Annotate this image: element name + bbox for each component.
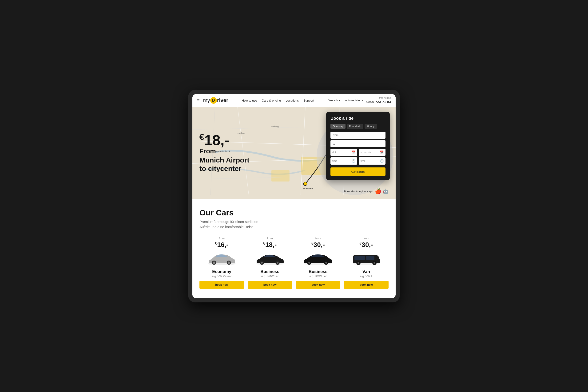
- get-rates-button[interactable]: Get rates: [330, 168, 386, 176]
- app-icons: 🍎 🤖: [375, 188, 388, 194]
- hero-section: München Dachau Freising Fürstenfeldbruck…: [192, 107, 396, 199]
- svg-rect-36: [366, 256, 374, 260]
- time-field[interactable]: time 🕐: [330, 157, 357, 164]
- car-van-price: €30,-: [344, 241, 388, 248]
- date-row: date 📅 return date 📅: [330, 148, 386, 156]
- nav-link-how-to-use[interactable]: How to use: [242, 99, 257, 102]
- hero-price: €18,-: [200, 133, 249, 148]
- car-economy-eg: e.g. VW Passat: [200, 275, 244, 278]
- navbar-right: Deutsch ▾ Login/register ▾ free hotline …: [328, 96, 391, 104]
- hero-text: €18,- From Munich Airportto citycenter: [200, 133, 249, 173]
- hotline: free hotline 0800 723 71 03: [366, 96, 391, 104]
- cars-title: Our Cars: [200, 208, 388, 217]
- language-label: Deutsch: [328, 99, 338, 102]
- car-business2-name: Business: [296, 269, 340, 274]
- hotline-number: 0800 723 71 03: [366, 100, 391, 104]
- booking-card: Book a ride One-way Round-trip Hourly da…: [326, 112, 390, 180]
- return-date-label: return date: [360, 151, 373, 154]
- hamburger-icon[interactable]: ≡: [197, 98, 200, 103]
- logo-my: my: [203, 97, 210, 104]
- navbar-left: ≡ my D river: [197, 97, 228, 104]
- car-business1-from: from: [248, 237, 292, 240]
- date-field[interactable]: date 📅: [330, 148, 357, 156]
- time-row: time 🕐 time 🕐: [330, 157, 386, 164]
- app-text: Book also trough our app: [344, 190, 373, 193]
- cars-subtitle: Premiumfahrzeuge für einen seriösen Auft…: [200, 219, 388, 230]
- tab-hourly[interactable]: Hourly: [364, 124, 377, 129]
- svg-point-21: [213, 262, 215, 264]
- car-economy-from: from: [200, 237, 244, 240]
- device-frame: ≡ my D river How to use Cars & pricing L…: [188, 90, 400, 302]
- login-label: Login/register: [344, 99, 361, 102]
- car-van-eg: e.g. VW T: [344, 275, 388, 278]
- svg-point-28: [276, 262, 278, 264]
- clock2-icon: 🕐: [380, 159, 384, 163]
- time2-label: time: [360, 160, 366, 162]
- car-card-van: from €30,-: [344, 237, 388, 289]
- svg-point-40: [374, 262, 376, 264]
- navbar-nav: How to use Cars & pricing Locations Supp…: [242, 98, 314, 102]
- hero-route: Munich Airportto citycenter: [200, 156, 249, 173]
- svg-point-12: [304, 182, 307, 185]
- nav-item-cars-pricing[interactable]: Cars & pricing: [262, 98, 281, 102]
- nav-item-how-to-use[interactable]: How to use: [242, 98, 257, 102]
- logo: my D river: [203, 97, 228, 104]
- book-now-business2-button[interactable]: book now: [296, 281, 340, 289]
- car-business1-image: [248, 250, 292, 267]
- svg-text:München: München: [303, 187, 313, 190]
- car-economy-image: [200, 250, 244, 267]
- logo-river: river: [217, 97, 228, 104]
- tab-one-way[interactable]: One-way: [330, 124, 346, 129]
- car-business2-from: from: [296, 237, 340, 240]
- nav-item-locations[interactable]: Locations: [286, 98, 299, 102]
- car-business1-name: Business: [248, 269, 292, 274]
- cars-section: Our Cars Premiumfahrzeuge für einen seri…: [192, 199, 396, 298]
- screen: ≡ my D river How to use Cars & pricing L…: [192, 94, 396, 298]
- book-now-business1-button[interactable]: book now: [248, 281, 292, 289]
- nav-link-locations[interactable]: Locations: [286, 99, 299, 102]
- hotline-label: free hotline: [366, 96, 391, 100]
- nav-item-support[interactable]: Support: [304, 98, 314, 102]
- nav-link-cars-pricing[interactable]: Cars & pricing: [262, 99, 281, 102]
- svg-point-26: [261, 262, 263, 264]
- svg-point-38: [358, 262, 360, 264]
- trip-tabs: One-way Round-trip Hourly: [330, 124, 386, 129]
- hero-currency: €: [200, 132, 204, 142]
- clock-icon: 🕐: [352, 159, 356, 163]
- login-button[interactable]: Login/register ▾: [344, 99, 363, 102]
- car-business2-price: €30,-: [296, 241, 340, 248]
- navbar: ≡ my D river How to use Cars & pricing L…: [192, 94, 396, 107]
- tab-round-trip[interactable]: Round-trip: [347, 124, 364, 129]
- logo-circle: D: [210, 97, 217, 104]
- svg-point-33: [325, 262, 327, 264]
- car-economy-price: €16,-: [200, 241, 244, 248]
- return-date-field[interactable]: return date 📅: [359, 148, 386, 156]
- time2-field[interactable]: time 🕐: [359, 157, 386, 164]
- from-input[interactable]: [330, 132, 386, 139]
- nav-link-support[interactable]: Support: [304, 99, 314, 102]
- car-business1-eg: e.g. BMW 5er: [248, 275, 292, 278]
- apple-icon[interactable]: 🍎: [375, 188, 381, 194]
- svg-rect-35: [354, 256, 365, 260]
- book-now-economy-button[interactable]: book now: [200, 281, 244, 289]
- calendar2-icon: 📅: [380, 150, 384, 154]
- svg-text:Freising: Freising: [272, 125, 279, 128]
- car-van-image: [344, 250, 388, 267]
- hero-from: From: [200, 148, 249, 155]
- booking-title: Book a ride: [330, 116, 386, 121]
- svg-point-23: [228, 262, 230, 264]
- to-input[interactable]: [330, 140, 386, 147]
- book-now-van-button[interactable]: book now: [344, 281, 388, 289]
- car-business2-eg: e.g. BMW 5er: [296, 275, 340, 278]
- app-download: Book also trough our app 🍎 🤖: [344, 188, 388, 194]
- date-label: date: [332, 151, 337, 154]
- car-business2-image: [296, 250, 340, 267]
- language-selector[interactable]: Deutsch ▾: [328, 99, 340, 102]
- car-economy-name: Economy: [200, 269, 244, 274]
- cars-grid: from €16,-: [200, 237, 388, 289]
- svg-point-19: [208, 263, 236, 265]
- car-card-business1: from €18,-: [248, 237, 292, 289]
- svg-point-31: [308, 262, 310, 264]
- android-icon[interactable]: 🤖: [383, 188, 388, 194]
- car-card-economy: from €16,-: [200, 237, 244, 289]
